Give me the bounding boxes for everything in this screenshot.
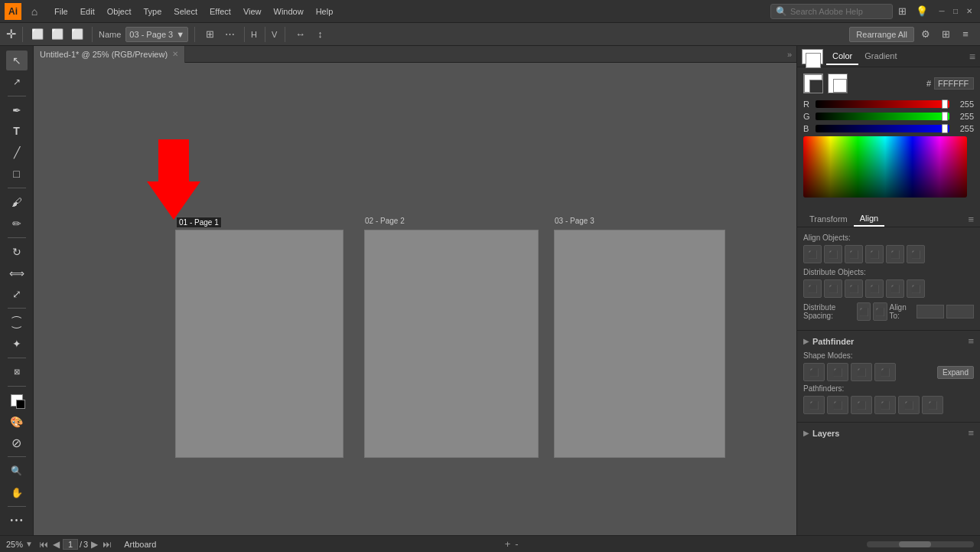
panel-options-icon[interactable]: ≡ bbox=[957, 26, 974, 43]
tab-gradient[interactable]: Gradient bbox=[858, 48, 903, 65]
color-swatch-stack[interactable] bbox=[802, 49, 823, 64]
exclude-button[interactable]: ⬛ bbox=[874, 363, 896, 381]
paintbrush-tool[interactable]: 🖌 bbox=[6, 192, 28, 212]
page-action-button[interactable]: + bbox=[505, 538, 511, 550]
home-button[interactable]: ⌂ bbox=[26, 3, 43, 20]
rgb-swatch-1[interactable] bbox=[803, 73, 823, 93]
pathfinder-expand-arrow[interactable]: ▶ bbox=[803, 337, 809, 345]
panel-layout-icon[interactable]: ⊞ bbox=[937, 26, 954, 43]
selection-tool[interactable]: ↖ bbox=[6, 51, 28, 70]
name-dropdown[interactable]: 03 - Page 3 ▼ bbox=[125, 27, 188, 42]
align-to-input[interactable] bbox=[917, 305, 944, 318]
options-icon2[interactable]: ⋯ bbox=[221, 26, 238, 43]
dist-bottom-button[interactable]: ⬛ bbox=[907, 279, 925, 298]
artboard-page-1[interactable]: 01 - Page 1 bbox=[175, 230, 343, 458]
workspace-icon[interactable]: ⊞ bbox=[894, 4, 910, 19]
minus-back-button[interactable]: ⬛ bbox=[922, 396, 943, 414]
grid-view-icon[interactable]: ⊞ bbox=[201, 26, 218, 43]
expand-button[interactable]: Expand bbox=[937, 366, 974, 379]
direct-select-tool[interactable]: ↗ bbox=[6, 72, 28, 92]
tab-close-button[interactable]: ✕ bbox=[172, 50, 178, 58]
artboard-page-2[interactable]: 02 - Page 2 bbox=[364, 230, 539, 458]
menu-edit[interactable]: Edit bbox=[75, 5, 100, 18]
learn-icon[interactable]: 💡 bbox=[914, 4, 930, 19]
options-settings-icon[interactable]: ⚙ bbox=[917, 26, 934, 43]
dist-right-button[interactable]: ⬛ bbox=[845, 279, 863, 298]
current-page-input[interactable] bbox=[63, 539, 78, 550]
flip-h-icon[interactable]: ↔ bbox=[291, 26, 308, 43]
color-icon[interactable]: 🎨 bbox=[6, 412, 28, 432]
pen-tool[interactable]: ✒ bbox=[6, 100, 28, 120]
fill-color[interactable] bbox=[6, 390, 28, 410]
tab-overflow-button[interactable]: » bbox=[783, 50, 796, 59]
divide-button[interactable]: ⬛ bbox=[803, 396, 825, 414]
page-delete-button[interactable]: - bbox=[515, 538, 518, 550]
align-center-v-button[interactable]: ⬛ bbox=[886, 245, 904, 263]
menu-help[interactable]: Help bbox=[311, 5, 339, 18]
more-tools[interactable]: • • • bbox=[6, 511, 28, 531]
hex-input[interactable] bbox=[934, 77, 974, 90]
zoom-value[interactable]: 25% bbox=[6, 540, 23, 549]
last-page-button[interactable]: ⏭ bbox=[101, 539, 113, 550]
outline-button[interactable]: ⬛ bbox=[898, 396, 920, 414]
menu-effect[interactable]: Effect bbox=[204, 5, 236, 18]
menu-view[interactable]: View bbox=[238, 5, 267, 18]
menu-type[interactable]: Type bbox=[138, 5, 168, 18]
pathfinder-menu[interactable]: ≡ bbox=[968, 335, 974, 347]
width-tool[interactable]: ⤢ bbox=[6, 285, 28, 305]
tab-color[interactable]: Color bbox=[826, 48, 858, 65]
unite-button[interactable]: ⬛ bbox=[803, 363, 825, 381]
flip-v-icon[interactable]: ↕ bbox=[311, 26, 328, 43]
align-left-icon[interactable]: ⬜ bbox=[29, 26, 46, 43]
text-tool[interactable]: T bbox=[6, 122, 28, 142]
prev-page-button[interactable]: ◀ bbox=[51, 539, 61, 550]
color-panel-menu[interactable]: ≡ bbox=[969, 51, 975, 63]
align-left-button[interactable]: ⬛ bbox=[803, 245, 822, 263]
reflect-tool[interactable]: ⟺ bbox=[6, 263, 28, 283]
menu-object[interactable]: Object bbox=[102, 5, 137, 18]
align-bottom-button[interactable]: ⬛ bbox=[907, 245, 925, 263]
dist-top-button[interactable]: ⬛ bbox=[865, 279, 884, 298]
align-center-h-button[interactable]: ⬛ bbox=[824, 245, 842, 263]
shape-tool[interactable]: □ bbox=[6, 164, 28, 184]
dist-center-v-button[interactable]: ⬛ bbox=[886, 279, 904, 298]
horizontal-scrollbar[interactable] bbox=[867, 541, 974, 547]
blue-slider[interactable] bbox=[816, 125, 949, 132]
minus-front-button[interactable]: ⬛ bbox=[827, 363, 848, 381]
document-tab[interactable]: Untitled-1* @ 25% (RGB/Preview) ✕ bbox=[34, 46, 185, 63]
tab-align[interactable]: Align bbox=[854, 211, 884, 227]
pencil-tool[interactable]: ✏ bbox=[6, 214, 28, 234]
close-button[interactable]: ✕ bbox=[963, 5, 975, 18]
align-top-button[interactable]: ⬛ bbox=[865, 245, 884, 263]
hand-tool[interactable]: ✋ bbox=[6, 482, 28, 502]
layers-expand-arrow[interactable]: ▶ bbox=[803, 429, 809, 437]
menu-select[interactable]: Select bbox=[168, 5, 203, 18]
tab-transform[interactable]: Transform bbox=[803, 212, 854, 226]
green-slider[interactable] bbox=[816, 113, 949, 120]
dist-spacing-v-button[interactable]: ⬛ bbox=[873, 302, 887, 321]
intersect-button[interactable]: ⬛ bbox=[851, 363, 872, 381]
search-box[interactable]: 🔍 bbox=[770, 4, 893, 19]
align-panel-menu[interactable]: ≡ bbox=[968, 214, 974, 225]
rearrange-all-button[interactable]: Rearrange All bbox=[849, 27, 914, 42]
blend-tool[interactable]: ⁐ bbox=[6, 312, 28, 332]
red-slider[interactable] bbox=[816, 100, 949, 108]
layers-menu[interactable]: ≡ bbox=[968, 427, 974, 439]
dist-spacing-h-button[interactable]: ⬛ bbox=[857, 302, 871, 321]
dist-left-button[interactable]: ⬛ bbox=[803, 279, 822, 298]
search-input[interactable] bbox=[790, 7, 890, 16]
color-gradient-picker[interactable] bbox=[803, 136, 967, 198]
align-center-icon[interactable]: ⬜ bbox=[49, 26, 66, 43]
rgb-swatch-2[interactable] bbox=[828, 73, 848, 93]
zoom-tool[interactable]: 🔍 bbox=[6, 461, 28, 481]
menu-window[interactable]: Window bbox=[269, 5, 309, 18]
menu-file[interactable]: File bbox=[49, 5, 73, 18]
first-page-button[interactable]: ⏮ bbox=[37, 539, 50, 550]
artboard-tool[interactable]: ⊠ bbox=[6, 362, 28, 382]
align-right-button[interactable]: ⬛ bbox=[845, 245, 863, 263]
minimize-button[interactable]: ─ bbox=[936, 5, 948, 18]
zoom-dropdown-arrow[interactable]: ▼ bbox=[25, 540, 33, 548]
align-artboard-icon[interactable]: ⬜ bbox=[69, 26, 86, 43]
align-to-input2[interactable] bbox=[946, 305, 974, 318]
line-tool[interactable]: ╱ bbox=[6, 142, 28, 162]
